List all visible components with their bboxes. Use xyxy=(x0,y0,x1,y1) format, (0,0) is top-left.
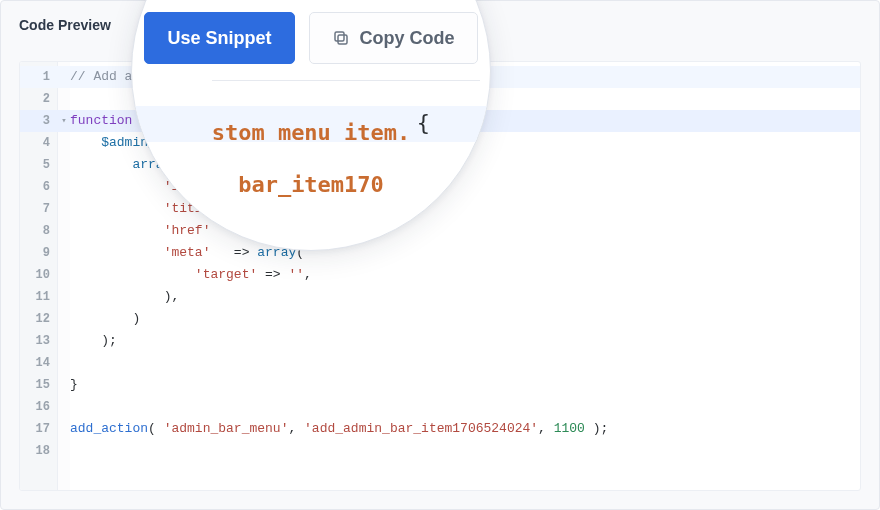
copy-code-label: Copy Code xyxy=(360,28,455,49)
code-content: ) xyxy=(70,308,140,330)
code-content: 'target' => '', xyxy=(70,264,312,286)
magnified-open-brace: { xyxy=(417,110,430,135)
line-number: 17 xyxy=(20,418,50,440)
line-number: 1 xyxy=(20,66,50,88)
code-line[interactable]: 13 ); xyxy=(20,330,860,352)
magnified-code-line-2: bar_item170 xyxy=(238,172,384,197)
code-line[interactable]: 9 'meta' => array( xyxy=(20,242,860,264)
line-number: 18 xyxy=(20,440,50,462)
line-number: 3 xyxy=(20,110,50,132)
code-line[interactable]: 18 xyxy=(20,440,860,462)
code-line[interactable]: 11 ), xyxy=(20,286,860,308)
line-number: 7 xyxy=(20,198,50,220)
line-number: 4 xyxy=(20,132,50,154)
copy-code-button[interactable]: Copy Code xyxy=(309,12,478,64)
code-content: add_action( 'admin_bar_menu', 'add_admin… xyxy=(70,418,608,440)
line-number: 8 xyxy=(20,220,50,242)
code-line[interactable]: 14 xyxy=(20,352,860,374)
code-line[interactable]: 16 xyxy=(20,396,860,418)
svg-rect-1 xyxy=(335,32,344,41)
use-snippet-label: Use Snippet xyxy=(167,28,271,49)
line-number: 10 xyxy=(20,264,50,286)
fold-toggle-icon[interactable]: ▾ xyxy=(58,110,70,132)
code-content: ); xyxy=(70,330,117,352)
code-line[interactable]: 10 'target' => '', xyxy=(20,264,860,286)
code-line[interactable]: 12 ) xyxy=(20,308,860,330)
line-number: 13 xyxy=(20,330,50,352)
code-line[interactable]: 15} xyxy=(20,374,860,396)
lens-divider xyxy=(212,80,480,81)
line-number: 9 xyxy=(20,242,50,264)
code-content: // Add a xyxy=(70,66,132,88)
code-line[interactable]: 7 'title' => '', xyxy=(20,198,860,220)
code-content: ), xyxy=(70,286,179,308)
magnified-code-line-1: stom menu item. xyxy=(212,120,411,145)
svg-rect-0 xyxy=(338,35,347,44)
line-number: 2 xyxy=(20,88,50,110)
code-preview-panel: Code Preview 1// Add a23▾function add_4 … xyxy=(0,0,880,510)
code-line[interactable]: 17add_action( 'admin_bar_menu', 'add_adm… xyxy=(20,418,860,440)
line-number: 6 xyxy=(20,176,50,198)
line-number: 5 xyxy=(20,154,50,176)
use-snippet-button[interactable]: Use Snippet xyxy=(144,12,294,64)
line-number: 16 xyxy=(20,396,50,418)
code-line[interactable]: 8 'href' => '', xyxy=(20,220,860,242)
line-number: 12 xyxy=(20,308,50,330)
panel-title: Code Preview xyxy=(19,17,111,33)
line-number: 14 xyxy=(20,352,50,374)
copy-icon xyxy=(332,29,350,47)
line-number: 15 xyxy=(20,374,50,396)
line-number: 11 xyxy=(20,286,50,308)
code-content: } xyxy=(70,374,78,396)
